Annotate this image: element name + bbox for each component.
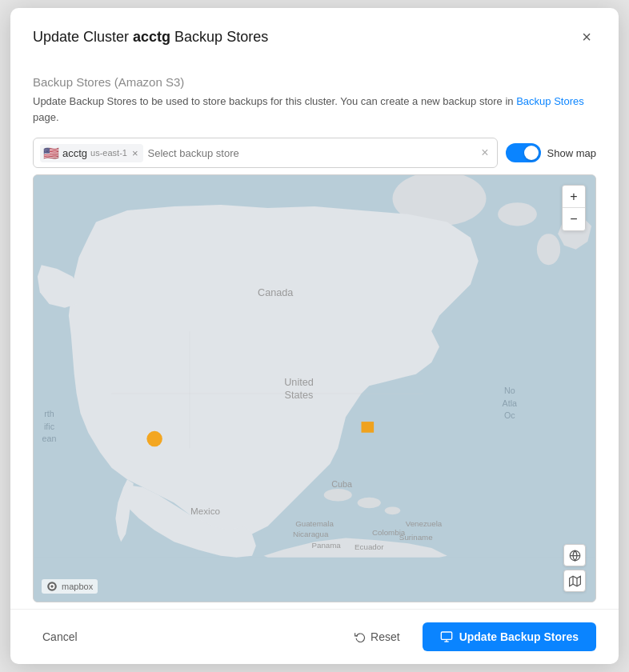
svg-text:Panama: Panama bbox=[311, 541, 341, 550]
modal-body: Backup Stores (Amazon S3) Update Backup … bbox=[10, 59, 619, 602]
svg-text:United: United bbox=[284, 377, 314, 388]
svg-point-2 bbox=[324, 489, 352, 502]
svg-text:rth: rth bbox=[44, 409, 54, 418]
svg-text:Ecuador: Ecuador bbox=[355, 542, 384, 551]
svg-text:ean: ean bbox=[42, 434, 57, 443]
reset-icon bbox=[355, 631, 366, 642]
svg-text:Oc: Oc bbox=[504, 410, 515, 420]
close-button[interactable]: × bbox=[577, 27, 596, 46]
mapbox-text: mapbox bbox=[62, 582, 93, 591]
search-box[interactable]: 🇺🇸 acctg us-east-1 × × bbox=[33, 138, 498, 168]
search-clear-button[interactable]: × bbox=[479, 146, 490, 159]
modal-title: Update Cluster acctg Backup Stores bbox=[33, 29, 268, 46]
map-extra-controls bbox=[563, 544, 586, 592]
globe-icon bbox=[569, 550, 581, 562]
modal-footer: Cancel Reset Update Backup Stores bbox=[10, 609, 619, 664]
tag-region: us-east-1 bbox=[90, 148, 127, 158]
title-suffix: Backup Stores bbox=[170, 29, 268, 45]
tag-name: acctg bbox=[62, 147, 87, 159]
svg-point-4 bbox=[385, 506, 401, 514]
svg-text:Mexico: Mexico bbox=[190, 506, 221, 516]
map-icon bbox=[569, 575, 581, 587]
mapbox-logo-icon bbox=[46, 581, 58, 592]
search-input[interactable] bbox=[148, 147, 475, 159]
show-map-label: Show map bbox=[547, 147, 596, 159]
map-zoom-controls: + − bbox=[562, 185, 586, 231]
map-view-button[interactable] bbox=[563, 570, 586, 592]
toggle-slider bbox=[506, 143, 541, 162]
modal: Update Cluster acctg Backup Stores × Bac… bbox=[10, 8, 619, 664]
svg-text:Colombia: Colombia bbox=[372, 528, 406, 537]
globe-view-button[interactable] bbox=[563, 544, 586, 566]
update-icon bbox=[440, 630, 453, 643]
svg-text:States: States bbox=[285, 390, 314, 401]
svg-point-6 bbox=[537, 234, 560, 265]
section-title-sub: (Amazon S3) bbox=[114, 75, 185, 89]
update-backup-stores-button[interactable]: Update Backup Stores bbox=[423, 622, 596, 651]
show-map-toggle[interactable]: Show map bbox=[506, 143, 596, 162]
svg-text:No: No bbox=[504, 386, 515, 395]
svg-point-5 bbox=[498, 202, 537, 226]
svg-text:Venezuela: Venezuela bbox=[406, 519, 443, 528]
toggle-switch[interactable] bbox=[506, 143, 541, 162]
svg-text:Nicaragua: Nicaragua bbox=[293, 530, 329, 538]
tag-remove-button[interactable]: × bbox=[132, 148, 138, 158]
cancel-button[interactable]: Cancel bbox=[33, 624, 87, 650]
flag-icon: 🇺🇸 bbox=[43, 146, 59, 161]
zoom-in-button[interactable]: + bbox=[563, 186, 585, 208]
svg-text:Canada: Canada bbox=[258, 287, 294, 298]
search-row: 🇺🇸 acctg us-east-1 × × Show map bbox=[33, 138, 596, 168]
svg-rect-36 bbox=[441, 632, 451, 639]
backup-stores-link[interactable]: Backup Stores bbox=[516, 95, 584, 107]
cluster-name: acctg bbox=[133, 29, 170, 45]
reset-label: Reset bbox=[371, 630, 400, 643]
modal-header: Update Cluster acctg Backup Stores × bbox=[10, 8, 619, 59]
reset-button[interactable]: Reset bbox=[345, 624, 410, 650]
section-description: Update Backup Stores to be used to store… bbox=[33, 94, 596, 125]
description-text-1: Update Backup Stores to be used to store… bbox=[33, 95, 514, 107]
svg-text:Guatemala: Guatemala bbox=[295, 519, 334, 528]
svg-point-25 bbox=[146, 431, 162, 447]
title-prefix: Update Cluster bbox=[33, 29, 133, 45]
selected-store-tag: 🇺🇸 acctg us-east-1 × bbox=[40, 144, 143, 162]
svg-point-35 bbox=[50, 585, 54, 588]
description-text-2: page. bbox=[33, 111, 59, 123]
svg-rect-26 bbox=[362, 422, 375, 433]
svg-text:Cuba: Cuba bbox=[331, 479, 352, 489]
svg-point-3 bbox=[358, 498, 381, 509]
section-title-text: Backup Stores bbox=[33, 75, 111, 89]
svg-text:Atla: Atla bbox=[503, 398, 518, 408]
zoom-out-button[interactable]: − bbox=[563, 208, 585, 230]
svg-marker-31 bbox=[569, 576, 580, 586]
map-container[interactable]: No Atla Oc rth ific ean Canada United St… bbox=[33, 174, 596, 602]
mapbox-logo: mapbox bbox=[42, 579, 98, 594]
svg-text:ific: ific bbox=[44, 422, 55, 431]
section-title: Backup Stores (Amazon S3) bbox=[33, 75, 596, 89]
update-label: Update Backup Stores bbox=[459, 630, 579, 643]
map-svg: No Atla Oc rth ific ean Canada United St… bbox=[34, 175, 595, 558]
